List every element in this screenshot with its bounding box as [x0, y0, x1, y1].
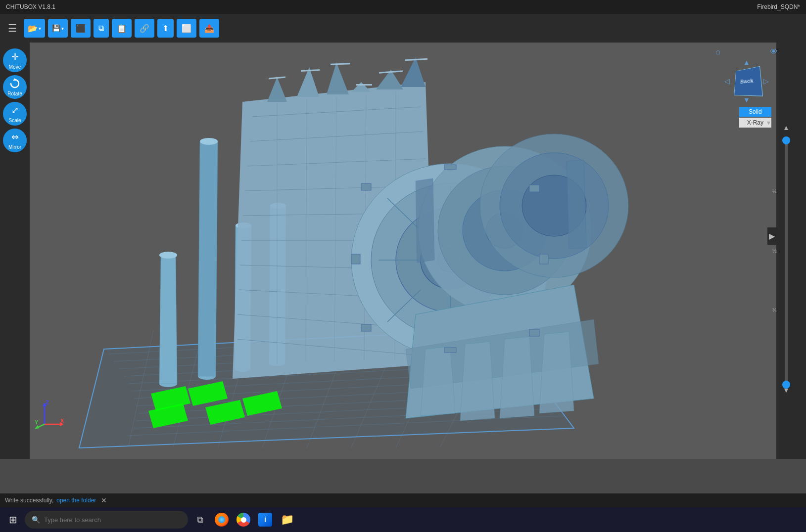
right-panel: [776, 43, 806, 459]
slider-track[interactable]: ¼ ½ ¾: [785, 139, 788, 386]
connect-button[interactable]: 🔗: [135, 19, 154, 38]
svg-text:Y: Y: [35, 419, 39, 425]
open-button[interactable]: 📂 ▾: [24, 19, 45, 38]
slider-label-three-quarter: ¾: [772, 307, 777, 313]
view-cube-left-arrow[interactable]: ◁: [724, 77, 730, 85]
save-icon: 💾: [52, 24, 60, 32]
chrome-button[interactable]: [234, 510, 253, 530]
move-label: Move: [9, 64, 21, 70]
home-view-icon[interactable]: ⌂: [715, 47, 720, 56]
taskbar-search-bar[interactable]: 🔍: [25, 511, 188, 529]
scale-icon: ⤢: [11, 105, 19, 116]
svg-marker-96: [500, 337, 534, 418]
save-button[interactable]: 💾 ▾: [48, 19, 68, 38]
svg-marker-115: [35, 425, 40, 429]
app-title: CHITUBOX V1.8.1: [6, 3, 55, 10]
scene-canvas[interactable]: [30, 43, 776, 459]
import-icon: ⬛: [76, 24, 86, 33]
open-dropdown-arrow: ▾: [39, 26, 41, 31]
svg-rect-100: [444, 165, 456, 170]
svg-rect-105: [529, 329, 539, 336]
slider-thumb-bottom[interactable]: [782, 381, 790, 389]
vertical-slice-slider: ▲ ¼ ½ ¾ ▼: [781, 124, 791, 400]
svg-marker-29: [159, 255, 177, 384]
view-cube-face-label: Back: [740, 78, 754, 85]
mirror-label: Mirror: [8, 144, 21, 150]
start-icon: ⊞: [9, 514, 17, 526]
paste-button[interactable]: 📋: [112, 19, 132, 38]
copy-button[interactable]: ⧉: [94, 19, 109, 38]
connect-icon: 🔗: [140, 24, 149, 33]
taskbar: ⊞ 🔍 ⧉ i 📁: [0, 507, 806, 532]
title-bar: CHITUBOX V1.8.1 Firebird_SQDN*: [0, 0, 806, 14]
status-write-text: Write successfully,: [5, 497, 53, 504]
svg-marker-99: [567, 160, 586, 249]
left-tools-panel: ✛ Move Rotate ⤢ Scale ⇔ Mirror: [0, 43, 30, 459]
move-icon: ✛: [11, 51, 19, 62]
status-open-folder-link[interactable]: open the folder: [56, 497, 96, 504]
paste-icon: 📋: [117, 24, 127, 33]
viewport[interactable]: Z X Y: [0, 43, 806, 459]
menu-button[interactable]: ☰: [4, 20, 21, 36]
svg-rect-102: [351, 254, 360, 264]
firefox-icon: [215, 513, 229, 527]
window-title: Firebird_SQDN*: [757, 3, 800, 10]
svg-rect-106: [361, 324, 371, 331]
task-view-button[interactable]: ⧉: [190, 510, 210, 530]
folder-icon: 📂: [28, 24, 38, 33]
appblue-icon: i: [258, 513, 272, 527]
export-button[interactable]: 📤: [199, 19, 219, 38]
slider-label-half: ½: [772, 248, 777, 254]
mirror-icon: ⇔: [11, 132, 19, 142]
slider-thumb-top[interactable]: [782, 136, 790, 144]
move-tool[interactable]: ✛ Move: [3, 48, 27, 72]
svg-marker-32: [198, 141, 218, 376]
files-button[interactable]: 📁: [277, 510, 297, 530]
upload-button[interactable]: ⬆: [157, 19, 174, 38]
svg-point-33: [200, 138, 218, 145]
save-dropdown-arrow: ▾: [61, 26, 64, 31]
start-button[interactable]: ⊞: [3, 510, 23, 530]
rotate-icon: [9, 78, 20, 89]
svg-rect-103: [539, 254, 548, 264]
export-icon: 📤: [204, 24, 214, 33]
svg-marker-98: [416, 178, 434, 263]
slice-button[interactable]: ⬜: [177, 19, 196, 38]
axes-indicator: Z X Y: [35, 399, 64, 429]
rotate-label: Rotate: [7, 91, 22, 96]
right-panel-collapse-button[interactable]: ▶: [767, 227, 776, 245]
firefox-button[interactable]: [212, 510, 232, 530]
toolbar: ☰ 📂 ▾ 💾 ▾ ⬛ ⧉ 📋 🔗 ⬆ ⬜ 📤: [0, 14, 806, 43]
status-close-button[interactable]: ✕: [101, 496, 107, 504]
view-cube: ⌂ 👁 ▲ ◁ Back ▷ ▼: [722, 47, 771, 102]
solid-view-button[interactable]: Solid: [739, 107, 771, 117]
svg-rect-107: [529, 185, 539, 192]
view-cube-up-arrow[interactable]: ▲: [743, 58, 750, 66]
rotate-tool[interactable]: Rotate: [3, 75, 27, 99]
search-input[interactable]: [44, 516, 173, 524]
import-button[interactable]: ⬛: [71, 19, 91, 38]
mirror-tool[interactable]: ⇔ Mirror: [3, 129, 27, 152]
view-chevron-dropdown[interactable]: ▾: [767, 119, 770, 127]
svg-text:Z: Z: [46, 399, 49, 405]
view-cube-down-arrow[interactable]: ▼: [743, 96, 750, 104]
svg-rect-101: [444, 348, 456, 353]
slice-icon: ⬜: [182, 24, 191, 33]
slider-up-arrow[interactable]: ▲: [783, 124, 790, 132]
search-icon: 🔍: [32, 516, 40, 524]
upload-icon: ⬆: [162, 24, 169, 33]
appblue-button[interactable]: i: [255, 510, 275, 530]
menu-icon: ☰: [8, 22, 17, 34]
perspective-icon[interactable]: 👁: [770, 47, 778, 56]
svg-text:X: X: [60, 418, 64, 424]
copy-icon: ⧉: [98, 24, 104, 33]
svg-rect-104: [361, 183, 371, 190]
chrome-icon: [237, 513, 250, 527]
slider-label-quarter: ¼: [772, 188, 777, 194]
svg-marker-94: [421, 347, 455, 416]
view-cube-right-arrow[interactable]: ▷: [763, 77, 769, 85]
files-icon: 📁: [280, 513, 294, 527]
3d-scene-svg: [30, 43, 776, 459]
svg-marker-95: [460, 342, 495, 421]
scale-tool[interactable]: ⤢ Scale: [3, 102, 27, 126]
